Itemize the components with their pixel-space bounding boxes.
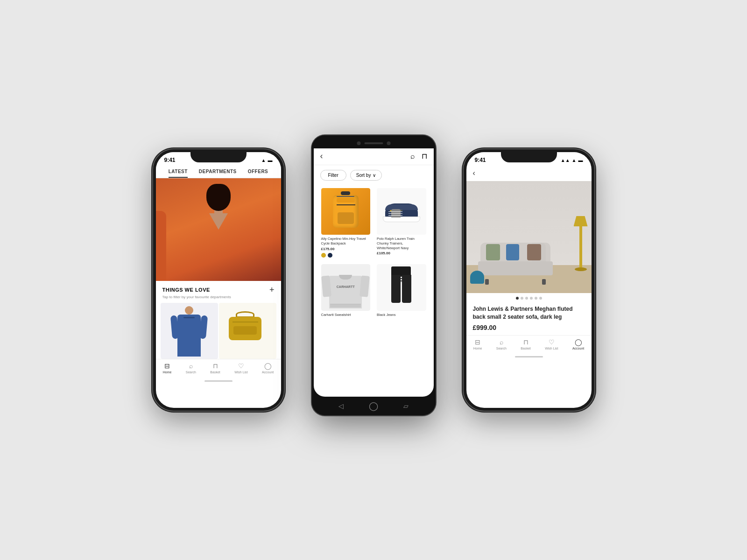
- carousel-dots: [466, 293, 592, 301]
- sneaker-sole: [383, 217, 420, 222]
- android-back-btn[interactable]: ◁: [338, 402, 344, 410]
- scene: 9:41 ▲ ▬ LATEST DEPARTMENTS OFFERS: [0, 0, 747, 560]
- backpack-colors: [321, 253, 371, 258]
- tab-offers[interactable]: OFFERS: [248, 169, 268, 178]
- sneaker-shape: [383, 201, 420, 222]
- back-button-3[interactable]: ‹: [473, 169, 475, 177]
- account-icon-1: ◯: [264, 362, 272, 370]
- blue-stool: [470, 271, 484, 284]
- add-button-1[interactable]: +: [269, 286, 275, 294]
- phone-1-nav: LATEST DEPARTMENTS OFFERS: [156, 165, 281, 178]
- nav-account-3[interactable]: ◯ Account: [572, 338, 584, 350]
- backpack-pocket: [338, 212, 354, 224]
- signal-icon-3: ▲▲: [561, 158, 570, 163]
- wishlist-icon-3: ♡: [549, 338, 555, 346]
- sweatshirt-illustration: CARHARTT: [321, 264, 371, 311]
- wishlist-icon-1: ♡: [238, 362, 244, 370]
- phone-2-android: 9:41 ▲▲ ▲ ▬ ‹ ⌕ ⊓ Filter Sort by ∨: [312, 135, 436, 415]
- dot-4[interactable]: [530, 297, 533, 300]
- bag-figure: [229, 317, 266, 345]
- jeans-leg-left: [391, 275, 401, 303]
- sofa-leg-right: [542, 279, 546, 285]
- nav-wishlist-3[interactable]: ♡ Wish List: [545, 338, 558, 350]
- p2-header: ‹ ⌕ ⊓: [314, 146, 434, 165]
- camera-dot: [357, 141, 360, 145]
- backpack-body: [333, 195, 359, 228]
- p3-header: ‹: [466, 165, 592, 181]
- phone-1-iphone: 9:41 ▲ ▬ LATEST DEPARTMENTS OFFERS: [153, 149, 284, 411]
- sofa-seat: [478, 261, 553, 275]
- sweatshirt-image: CARHARTT: [321, 264, 371, 311]
- back-button-2[interactable]: ‹: [320, 151, 323, 161]
- sneaker-price: £105.00: [377, 251, 426, 255]
- dot-1[interactable]: [516, 297, 519, 300]
- nav-home-3[interactable]: ⊟ Home: [473, 338, 482, 350]
- home-label-1: Home: [163, 371, 172, 374]
- coat-body: [177, 315, 201, 357]
- product-backpack[interactable]: Ally Capelino Min-Hoy Travel Cycle Backp…: [318, 185, 374, 260]
- product-item-bag[interactable]: [219, 303, 276, 359]
- cart-icon-2[interactable]: ⊓: [422, 152, 427, 161]
- dot-2[interactable]: [521, 297, 523, 300]
- nav-search-3[interactable]: ⌕ Search: [496, 338, 507, 350]
- coat-head: [185, 306, 193, 315]
- account-label-1: Account: [262, 371, 274, 374]
- filter-bar: Filter Sort by ∨: [314, 165, 434, 185]
- coat-figure: [175, 305, 203, 357]
- status-bar-3: 9:41 ▲▲ ▲ ▬: [466, 152, 592, 165]
- time-1: 9:41: [164, 157, 176, 163]
- account-label-3: Account: [572, 347, 584, 350]
- dot-3[interactable]: [525, 297, 528, 300]
- sneaker-illustration: [377, 188, 426, 235]
- sofa-leg-left: [485, 279, 489, 285]
- status-bar-1: 9:41 ▲ ▬: [156, 152, 281, 165]
- nav-wishlist-1[interactable]: ♡ Wish List: [234, 362, 247, 374]
- sofa: [480, 243, 550, 280]
- filter-button[interactable]: Filter: [320, 170, 346, 181]
- nav-basket-1[interactable]: ⊓ Basket: [210, 362, 220, 374]
- product-grid-1: [156, 303, 281, 359]
- jeans-leg-right: [402, 275, 411, 303]
- dot-5[interactable]: [535, 297, 537, 300]
- sort-button[interactable]: Sort by ∨: [350, 170, 382, 181]
- android-recent-btn[interactable]: ▱: [403, 402, 409, 410]
- product-sneaker[interactable]: Polo Ralph Lauren Train Chunky Trainers,…: [374, 185, 429, 260]
- basket-icon-1: ⊓: [213, 362, 218, 370]
- product-grid-2: Ally Capelino Min-Hoy Travel Cycle Backp…: [314, 185, 434, 321]
- tab-departments[interactable]: DEPARTMENTS: [199, 169, 237, 178]
- jeans-illustration: [377, 264, 426, 311]
- sweatshirt-shape: CARHARTT: [329, 266, 362, 308]
- tab-latest[interactable]: LATEST: [169, 169, 188, 178]
- nav-search-1[interactable]: ⌕ Search: [186, 362, 196, 374]
- section-title-1: THINGS WE LOVE: [162, 287, 210, 293]
- sneaker-image: [377, 188, 426, 235]
- search-label-1: Search: [186, 371, 196, 374]
- cushion-3: [527, 244, 541, 260]
- header-icons-2: ⌕ ⊓: [410, 152, 427, 161]
- battery-icon-3: ▬: [578, 158, 583, 163]
- battery-icon: ▬: [268, 158, 273, 163]
- wifi-icon-3: ▲: [572, 158, 577, 163]
- search-icon-3: ⌕: [500, 338, 503, 346]
- nav-home-1[interactable]: ⊟ Home: [163, 362, 172, 374]
- sweatshirt-name: Carhartt Sweatshirt: [321, 313, 371, 317]
- bag-body: [229, 317, 261, 340]
- lamp-base: [575, 267, 587, 271]
- account-icon-3: ◯: [575, 338, 582, 346]
- search-icon-2[interactable]: ⌕: [410, 152, 415, 161]
- phone-2-screen: 9:41 ▲▲ ▲ ▬ ‹ ⌕ ⊓ Filter Sort by ∨: [314, 137, 434, 397]
- dot-6[interactable]: [539, 297, 542, 300]
- android-top-bar: [312, 135, 436, 148]
- nav-basket-3[interactable]: ⊓ Basket: [521, 338, 530, 350]
- android-home-btn[interactable]: ◯: [369, 401, 378, 411]
- home-icon-3: ⊟: [475, 338, 480, 346]
- product-item-coat[interactable]: [161, 303, 218, 359]
- product-name-3: John Lewis & Partners Meghan fluted back…: [473, 305, 585, 321]
- backpack-illustration: [321, 188, 371, 235]
- product-sweatshirt[interactable]: CARHARTT Carhartt Sweatshirt: [318, 261, 374, 321]
- android-nav-bar: ◁ ◯ ▱: [312, 397, 436, 415]
- nav-account-1[interactable]: ◯ Account: [262, 362, 274, 374]
- product-jeans[interactable]: Black Jeans: [374, 261, 429, 321]
- phone-3-iphone: 9:41 ▲▲ ▲ ▬ ‹: [464, 149, 594, 411]
- backpack-handle: [341, 191, 350, 195]
